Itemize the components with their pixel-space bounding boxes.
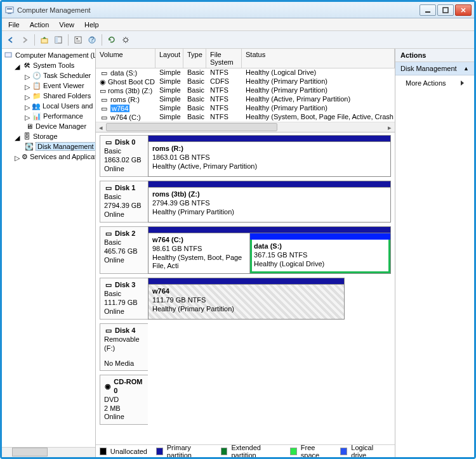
- disk-2[interactable]: ▭Disk 2Basic465.76 GBOnline w764 (C:)98.…: [100, 226, 391, 274]
- services-icon: ⚙: [22, 152, 28, 161]
- disk-icon: ▭: [104, 138, 113, 147]
- disk-1[interactable]: ▭Disk 1Basic2794.39 GBOnline roms (3tb) …: [100, 181, 391, 223]
- svg-rect-1: [7, 8, 12, 10]
- settings-icon[interactable]: [119, 34, 132, 46]
- disk-mgmt-icon: 💽: [25, 142, 34, 151]
- navigation-tree[interactable]: Computer Management (Local ◢🛠System Tool…: [2, 49, 96, 457]
- partition-w764[interactable]: w764111.79 GB NTFSHealthy (Primary Parti…: [149, 285, 344, 319]
- disk-icon: ▭: [104, 281, 113, 290]
- volume-list[interactable]: Volume Layout Type File System Status ▭d…: [96, 49, 395, 133]
- chevron-right-icon: [461, 81, 464, 86]
- disk-icon: ▭: [104, 184, 113, 193]
- title-bar: Computer Management: [2, 2, 474, 18]
- menu-view[interactable]: View: [54, 20, 79, 30]
- help-icon[interactable]: ?: [86, 34, 98, 46]
- legend-swatch-unallocated: [100, 448, 107, 455]
- volume-row[interactable]: ◉Ghost Boot CD (D:)SimpleBasicCDFSHealth…: [96, 77, 395, 86]
- svg-rect-9: [76, 38, 78, 39]
- svg-text:?: ?: [90, 36, 94, 43]
- computer-icon: [4, 51, 13, 60]
- svg-rect-0: [6, 7, 13, 13]
- col-type[interactable]: Type: [183, 49, 206, 68]
- tree-event-viewer[interactable]: ▷📋Event Viewer: [2, 81, 95, 91]
- tree-services[interactable]: ▷⚙Services and Applications: [2, 152, 95, 162]
- back-button[interactable]: [4, 34, 17, 46]
- menu-action[interactable]: Action: [25, 20, 55, 30]
- maximize-button[interactable]: [437, 4, 454, 16]
- folder-share-icon: 📁: [32, 91, 41, 100]
- storage-icon: 🗄: [22, 132, 31, 141]
- close-button[interactable]: [455, 4, 472, 16]
- show-hide-tree-icon[interactable]: [52, 34, 65, 46]
- tree-root[interactable]: Computer Management (Local: [2, 50, 95, 60]
- volume-row[interactable]: ▭data (S:)SimpleBasicNTFSHealthy (Logica…: [96, 68, 395, 77]
- volume-hscroll[interactable]: ◂▸: [96, 122, 395, 132]
- actions-disk-management[interactable]: Disk Management▲: [395, 62, 474, 75]
- drive-icon: ▭: [100, 68, 109, 77]
- partition-w764-c[interactable]: w764 (C:)98.61 GB NTFSHealthy (System, B…: [149, 233, 250, 273]
- drive-icon: ▭: [100, 95, 109, 104]
- tree-shared-folders[interactable]: ▷📁Shared Folders: [2, 91, 95, 101]
- users-icon: 👥: [32, 101, 41, 110]
- disk-3[interactable]: ▭Disk 3Basic111.79 GBOnline w764111.79 G…: [100, 278, 391, 320]
- legend-swatch-primary: [156, 448, 163, 455]
- cd-icon: ◉: [100, 77, 106, 86]
- tree-device-manager[interactable]: 🖥Device Manager: [2, 121, 95, 131]
- svg-rect-11: [76, 41, 80, 42]
- event-icon: 📋: [32, 81, 41, 90]
- tree-system-tools[interactable]: ◢🛠System Tools: [2, 60, 95, 70]
- legend-swatch-free: [290, 448, 297, 455]
- col-volume[interactable]: Volume: [96, 49, 155, 68]
- volume-row[interactable]: ▭w764 (C:)SimpleBasicNTFSHealthy (System…: [96, 113, 395, 122]
- disk-icon: ▭: [104, 230, 113, 238]
- drive-icon: ▭: [100, 113, 109, 122]
- svg-rect-3: [425, 11, 430, 13]
- menu-file[interactable]: File: [3, 20, 25, 30]
- legend: Unallocated Primary partition Extended p…: [96, 444, 395, 457]
- tree-task-scheduler[interactable]: ▷🕐Task Scheduler: [2, 70, 95, 81]
- svg-rect-7: [55, 37, 58, 43]
- tree-storage[interactable]: ◢🗄Storage: [2, 131, 95, 141]
- removable-icon: ▭: [104, 326, 113, 335]
- svg-rect-15: [5, 53, 11, 57]
- partition-roms-r[interactable]: roms (R:)1863.01 GB NTFSHealthy (Active,…: [149, 142, 390, 176]
- tree-performance[interactable]: ▷📊Performance: [2, 111, 95, 121]
- tree-local-users[interactable]: ▷👥Local Users and Groups: [2, 101, 95, 111]
- disk-4[interactable]: ▭Disk 4Removable (F:)No Media: [100, 323, 391, 371]
- disk-graphical-view[interactable]: ▭Disk 0Basic1863.02 GBOnline roms (R:)18…: [96, 133, 395, 444]
- col-fs[interactable]: File System: [206, 49, 242, 68]
- tree-scrollbar[interactable]: [2, 447, 95, 457]
- col-layout[interactable]: Layout: [155, 49, 183, 68]
- svg-rect-2: [8, 13, 11, 14]
- volume-row[interactable]: ▭roms (R:)SimpleBasicNTFSHealthy (Active…: [96, 95, 395, 104]
- main-panel: Volume Layout Type File System Status ▭d…: [96, 49, 395, 457]
- perf-icon: 📊: [32, 112, 41, 120]
- volume-row[interactable]: ▭w764SimpleBasicNTFSHealthy (Primary Par…: [96, 104, 395, 113]
- refresh-icon[interactable]: [105, 34, 118, 46]
- menu-help[interactable]: Help: [79, 20, 104, 30]
- legend-swatch-extended: [221, 448, 228, 455]
- clock-icon: 🕐: [32, 71, 41, 80]
- app-icon: [4, 5, 15, 15]
- actions-pane: Actions Disk Management▲ More Actions: [395, 49, 474, 457]
- minimize-button[interactable]: [420, 4, 436, 16]
- volume-row[interactable]: ▭roms (3tb) (Z:)SimpleBasicNTFSHealthy (…: [96, 86, 395, 95]
- toolbar: ?: [2, 31, 474, 49]
- disk-0[interactable]: ▭Disk 0Basic1863.02 GBOnline roms (R:)18…: [100, 135, 391, 177]
- forward-button[interactable]: [18, 34, 31, 46]
- svg-rect-4: [443, 8, 448, 13]
- up-icon[interactable]: [38, 34, 51, 46]
- col-status[interactable]: Status: [242, 49, 395, 68]
- window-title: Computer Management: [17, 6, 420, 14]
- actions-more[interactable]: More Actions: [395, 75, 474, 91]
- device-icon: 🖥: [25, 122, 34, 131]
- volume-header-row: Volume Layout Type File System Status: [96, 49, 395, 68]
- tree-disk-management[interactable]: 💽Disk Management: [2, 141, 95, 152]
- svg-rect-10: [76, 40, 80, 41]
- partition-roms-3tb-z[interactable]: roms (3tb) (Z:)2794.39 GB NTFSHealthy (P…: [149, 188, 390, 222]
- properties-icon[interactable]: [72, 34, 84, 46]
- drive-icon: ▭: [100, 104, 109, 113]
- partition-data-s[interactable]: data (S:)367.15 GB NTFSHealthy (Logical …: [250, 233, 390, 273]
- cd-rom-0[interactable]: ◉CD-ROM 0DVD2 MBOnline: [100, 375, 391, 425]
- legend-swatch-logical: [340, 448, 347, 455]
